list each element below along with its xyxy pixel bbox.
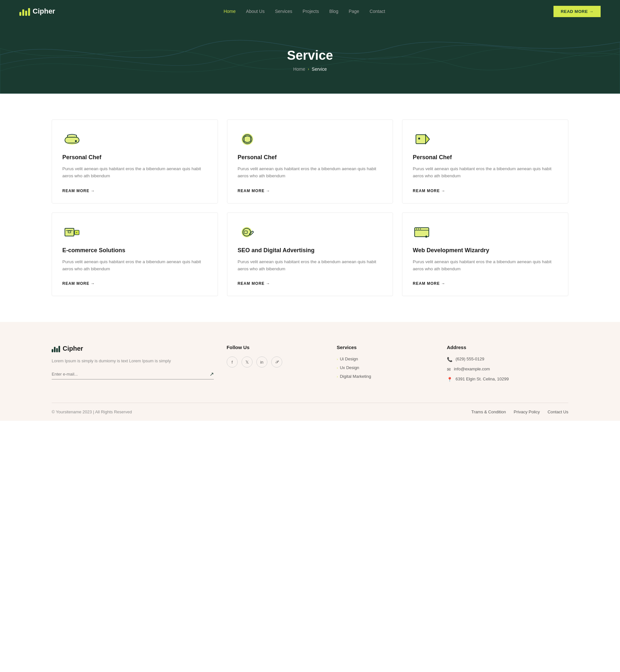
service-title-3: Personal Chef (413, 154, 558, 161)
email-icon: ✉ (447, 367, 451, 372)
footer-bottom: © Yoursitename 2023 | All Rights Reserve… (52, 403, 568, 421)
svg-point-10 (418, 138, 420, 140)
nav-about[interactable]: About Us (246, 9, 265, 14)
footer-service-link-2[interactable]: Ux Design (340, 365, 359, 370)
service-card-6: Web Development Wizardry Purus velit aen… (402, 212, 568, 297)
service-readmore-5[interactable]: REAM MORE → (238, 281, 270, 286)
service-readmore-6[interactable]: REAM MORE → (413, 281, 445, 286)
service-title-1: Personal Chef (62, 154, 207, 161)
footer-description: Lorem Ipsum is simply is dumiomy is text… (52, 358, 214, 364)
footer-email-address: ✉ info@example.com (447, 366, 568, 372)
footer-col-services: Services › Ui Design › Ux Design › Digit… (337, 345, 434, 386)
logo-text: Cipher (33, 7, 55, 15)
logo-icon (19, 7, 30, 16)
chevron-icon: › (337, 366, 338, 370)
service-card-1: Personal Chef Purus velit aenean quis ha… (52, 119, 218, 203)
footer-col-address: Address 📞 (629) 555-0129 ✉ info@example.… (447, 345, 568, 386)
service-icon-swap (238, 132, 257, 147)
service-icon-ecom: + (62, 224, 82, 240)
social-linkedin[interactable]: in (256, 357, 267, 367)
svg-rect-7 (416, 135, 426, 144)
nav-cta-button[interactable]: READ MORE → (554, 6, 601, 17)
footer-address-title: Address (447, 345, 568, 350)
service-title-6: Web Development Wizardry (413, 247, 558, 254)
service-title-4: E-commerce Solutions (62, 247, 207, 254)
footer-phone-text: (629) 555-0129 (456, 357, 484, 361)
footer-email-form: ↗ (52, 371, 214, 379)
social-links: f 𝕏 in 𝒫 (227, 357, 324, 367)
footer-follow-title: Follow Us (227, 345, 324, 350)
svg-point-23 (416, 228, 417, 229)
service-title-2: Personal Chef (238, 154, 383, 161)
footer-phone: 📞 (629) 555-0129 (447, 357, 568, 362)
service-card-4: + E-commerce Solutions Purus velit aenea… (52, 212, 218, 297)
social-facebook[interactable]: f (227, 357, 238, 367)
services-grid: Personal Chef Purus velit aenean quis ha… (52, 119, 568, 296)
footer-logo: Cipher (52, 345, 214, 352)
social-twitter[interactable]: 𝕏 (242, 357, 253, 367)
services-section: Personal Chef Purus velit aenean quis ha… (0, 94, 620, 322)
breadcrumb: Home › Service (293, 66, 327, 72)
nav-services[interactable]: Services (275, 9, 292, 14)
service-readmore-4[interactable]: REAM MORE → (62, 281, 95, 286)
footer-col-social: Follow Us f 𝕏 in 𝒫 (227, 345, 324, 386)
service-readmore-2[interactable]: REAM MORE → (238, 189, 270, 193)
service-icon-seo (238, 224, 257, 240)
service-card-2: Personal Chef Purus velit aenean quis ha… (227, 119, 393, 203)
location-icon: 📍 (447, 377, 452, 382)
service-readmore-1[interactable]: REAM MORE → (62, 189, 95, 193)
nav-logo[interactable]: Cipher (19, 7, 55, 16)
service-desc-4: Purus velit aenean quis habitant eros th… (62, 258, 207, 273)
svg-point-24 (418, 228, 419, 229)
service-card-3: Personal Chef Purus velit aenean quis ha… (402, 119, 568, 203)
nav-blog[interactable]: Blog (329, 9, 339, 14)
nav-page[interactable]: Page (349, 9, 359, 14)
footer-address-text: 6391 Elgin St. Celina, 10299 (456, 376, 509, 381)
hero-section: Service Home › Service (0, 22, 620, 94)
footer-service-link-3[interactable]: Digital Marketing (340, 374, 371, 379)
footer-privacy-link[interactable]: Privacy Policy (514, 409, 540, 414)
footer-terms-link[interactable]: Trams & Condition (471, 409, 506, 414)
footer: Cipher Lorem Ipsum is simply is dumiomy … (0, 322, 620, 421)
svg-marker-9 (426, 135, 429, 144)
breadcrumb-home[interactable]: Home (293, 66, 305, 72)
nav-contact[interactable]: Contact (369, 9, 385, 14)
service-card-5: SEO and Digital Advertising Purus velit … (227, 212, 393, 297)
footer-logo-text: Cipher (63, 345, 83, 352)
svg-text:+: + (76, 231, 78, 234)
navbar: Cipher Home About Us Services Projects B… (0, 0, 620, 22)
footer-services-list: › Ui Design › Ux Design › Digital Market… (337, 357, 434, 379)
footer-service-item-3: › Digital Marketing (337, 374, 434, 379)
svg-rect-11 (65, 228, 74, 236)
service-icon-chef1 (62, 132, 82, 147)
service-desc-6: Purus velit aenean quis habitant eros th… (413, 258, 558, 273)
chevron-icon: › (337, 375, 338, 378)
service-icon-tag (413, 132, 432, 147)
footer-bottom-links: Trams & Condition Privacy Policy Contact… (471, 409, 568, 414)
nav-links: Home About Us Services Projects Blog Pag… (223, 8, 385, 14)
service-readmore-3[interactable]: REAM MORE → (413, 189, 445, 193)
service-icon-web (413, 224, 432, 240)
service-title-5: SEO and Digital Advertising (238, 247, 383, 254)
nav-home[interactable]: Home (223, 9, 236, 14)
nav-projects[interactable]: Projects (303, 9, 319, 14)
breadcrumb-current: Service (312, 66, 327, 72)
footer-service-item-2: › Ux Design (337, 365, 434, 370)
phone-icon: 📞 (447, 357, 452, 362)
chevron-icon: › (337, 357, 338, 361)
service-desc-1: Purus velit aenean quis habitant eros th… (62, 165, 207, 180)
social-pinterest[interactable]: 𝒫 (271, 357, 282, 367)
footer-service-link-1[interactable]: Ui Design (340, 357, 358, 361)
svg-point-3 (242, 134, 253, 145)
footer-email-submit[interactable]: ↗ (210, 371, 214, 377)
svg-point-2 (75, 140, 77, 142)
footer-email-input[interactable] (52, 372, 207, 376)
service-desc-3: Purus velit aenean quis habitant eros th… (413, 165, 558, 180)
footer-grid: Cipher Lorem Ipsum is simply is dumiomy … (52, 345, 568, 403)
footer-contact-link[interactable]: Contact Us (548, 409, 568, 414)
footer-col-brand: Cipher Lorem Ipsum is simply is dumiomy … (52, 345, 214, 386)
footer-logo-icon (52, 345, 60, 352)
svg-point-25 (420, 228, 421, 229)
footer-email-text: info@example.com (454, 366, 490, 371)
footer-copyright: © Yoursitename 2023 | All Rights Reserve… (52, 409, 132, 414)
